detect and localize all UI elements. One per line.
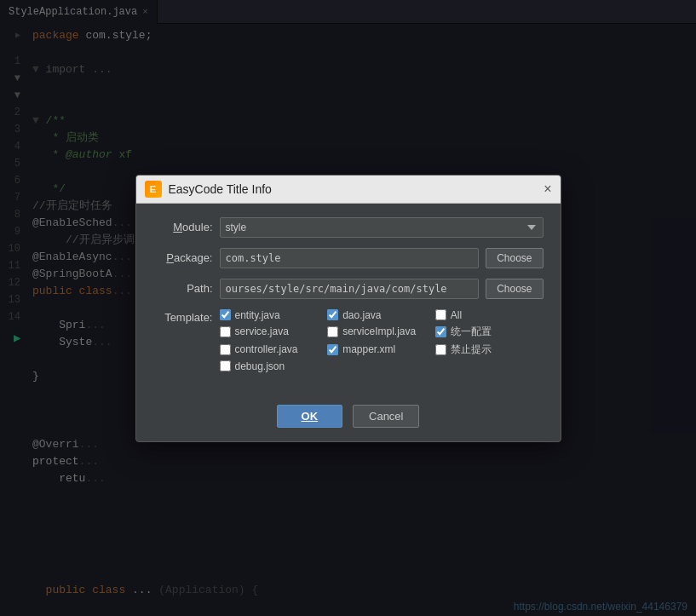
dialog-close-button[interactable]: × [544,182,551,196]
checkbox-controller[interactable]: controller.java [220,343,328,357]
path-input[interactable] [220,279,480,299]
dialog-overlay: E EasyCode Title Info × Module: style Pa… [0,0,696,616]
path-row: Path: Choose [153,279,544,299]
easycode-dialog: E EasyCode Title Info × Module: style Pa… [135,175,561,442]
dialog-header: E EasyCode Title Info × [136,176,561,204]
module-row: Module: style [153,217,544,238]
path-choose-button[interactable]: Choose [486,279,543,299]
checkbox-dao-input[interactable] [327,309,338,320]
checkbox-disable-hint-input[interactable] [435,344,446,355]
checkbox-unified-config[interactable]: 统一配置 [435,325,544,339]
module-select[interactable]: style [220,217,544,238]
checkbox-entity-input[interactable] [220,309,231,320]
dialog-title: EasyCode Title Info [169,182,538,196]
checkbox-unified-config-input[interactable] [435,326,446,337]
module-label: Module: [153,221,213,233]
path-label: Path: [153,282,213,295]
package-choose-button[interactable]: Choose [486,248,543,268]
checkbox-dao[interactable]: dao.java [327,309,435,321]
checkbox-debug-input[interactable] [220,360,231,371]
template-section: Template: entity.java dao.java All [153,309,544,372]
checkbox-debug[interactable]: debug.json [220,360,328,372]
checkboxes-grid: entity.java dao.java All service.java [220,309,544,372]
checkbox-disable-hint[interactable]: 禁止提示 [435,343,544,357]
checkbox-all[interactable]: All [435,309,544,321]
package-label: Package: [153,251,213,264]
checkbox-all-input[interactable] [435,309,446,320]
checkbox-mapper[interactable]: mapper.xml [327,343,435,357]
dialog-body: Module: style Package: Choose Path: Choo… [136,204,561,396]
checkbox-entity[interactable]: entity.java [220,309,328,321]
easycode-icon: E [145,181,162,198]
ok-button[interactable]: OK [277,405,343,428]
checkbox-serviceimpl-input[interactable] [327,326,338,337]
checkbox-controller-input[interactable] [220,344,231,355]
checkbox-service-input[interactable] [220,326,231,337]
checkbox-mapper-input[interactable] [327,344,338,355]
cancel-button[interactable]: Cancel [353,405,419,428]
template-label: Template: [153,309,213,324]
checkbox-service[interactable]: service.java [220,325,328,339]
package-input[interactable] [220,248,480,268]
package-row: Package: Choose [153,248,544,268]
dialog-footer: OK Cancel [136,396,561,441]
checkbox-serviceimpl[interactable]: serviceImpl.java [327,325,435,339]
